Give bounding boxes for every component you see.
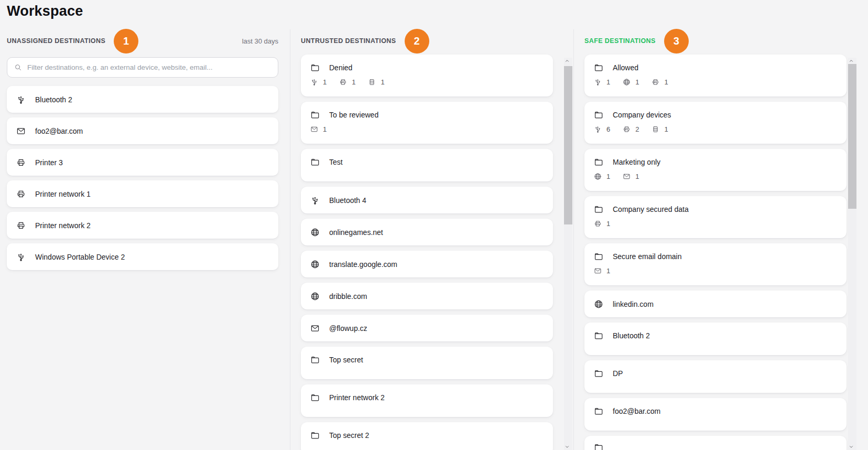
count-value: 1 <box>323 125 327 133</box>
count-value: 1 <box>664 78 668 86</box>
group-card[interactable]: Test <box>301 149 553 181</box>
card-title-row: Company devices <box>594 110 838 120</box>
group-card[interactable]: To be reviewed1 <box>301 102 553 144</box>
folder-icon <box>594 205 603 214</box>
card-label: Company secured data <box>613 205 689 213</box>
globe-icon <box>594 173 602 180</box>
printer-icon <box>623 125 631 133</box>
folder-icon <box>594 110 603 120</box>
card-label: To be reviewed <box>329 111 378 119</box>
destination-card[interactable]: Windows Portable Device 2 <box>7 243 278 270</box>
group-card[interactable]: Company devices621 <box>584 102 847 144</box>
printer-icon <box>16 189 26 199</box>
safe-column-scrollbar[interactable] <box>848 58 856 450</box>
card-title-row: Bluetooth 2 <box>16 95 72 104</box>
card-label: @flowup.cz <box>329 324 367 333</box>
destination-card[interactable]: dribble.com <box>301 283 553 309</box>
count-value: 1 <box>664 125 668 133</box>
card-title-row: Printer network 1 <box>16 189 91 199</box>
count-value: 1 <box>606 78 610 86</box>
step-badge-1: 1 <box>114 29 138 53</box>
folder-icon <box>594 406 603 416</box>
destination-counts: 11 <box>594 173 838 180</box>
destination-counts: 1 <box>594 220 838 228</box>
folder-icon <box>594 331 603 340</box>
group-card[interactable]: Top secret <box>301 347 553 379</box>
count-item: 1 <box>339 78 355 86</box>
group-card[interactable]: foo2@bar.com <box>584 398 847 431</box>
card-title-row: Allowed <box>594 63 838 72</box>
card-label: Printer network 2 <box>329 393 385 402</box>
card-label: dribble.com <box>329 292 367 301</box>
group-card[interactable]: DP <box>584 360 847 393</box>
card-title-row: linkedin.com <box>594 299 654 309</box>
count-item: 1 <box>310 78 327 86</box>
chevron-up-icon[interactable] <box>564 58 570 64</box>
count-item: 1 <box>594 267 610 275</box>
card-label: linkedin.com <box>613 300 654 308</box>
column-header-row: UNASSIGNED DESTINATIONS 1 last 30 days <box>7 27 278 55</box>
destination-card[interactable]: foo2@bar.com <box>7 117 278 144</box>
scrollbar-thumb[interactable] <box>564 66 572 224</box>
folder-icon <box>310 157 320 167</box>
group-card[interactable]: Allowed111 <box>584 55 847 97</box>
globe-icon <box>310 260 320 269</box>
globe-icon <box>623 78 631 86</box>
card-title-row: foo2@bar.com <box>594 406 838 416</box>
folder-icon <box>310 431 320 440</box>
destination-card[interactable]: translate.google.com <box>301 251 553 277</box>
list-icon <box>652 125 659 133</box>
step-badge-2: 2 <box>405 29 429 53</box>
count-item: 6 <box>594 125 610 133</box>
destination-card[interactable]: onlinegames.net <box>301 219 553 245</box>
card-title-row: Top secret <box>310 355 545 365</box>
chevron-down-icon[interactable] <box>564 444 570 450</box>
destination-card[interactable]: Bluetooth 4 <box>301 187 553 213</box>
scrollbar-thumb[interactable] <box>848 64 856 209</box>
group-card[interactable]: Bluetooth 2 <box>584 323 847 355</box>
printer-icon <box>339 78 347 86</box>
card-title-row: foo2@bar.com <box>16 126 83 136</box>
group-card[interactable]: Denied111 <box>301 55 553 97</box>
card-label: DP <box>613 369 623 378</box>
card-label: Windows Portable Device 2 <box>35 253 125 261</box>
email-icon <box>594 267 602 275</box>
untrusted-column-scrollbar[interactable] <box>564 58 572 450</box>
group-card[interactable]: Top secret 2 <box>301 422 553 450</box>
destination-card[interactable]: linkedin.com <box>584 291 847 317</box>
count-value: 1 <box>323 78 327 86</box>
group-card[interactable] <box>584 436 847 450</box>
email-icon <box>310 324 320 333</box>
group-card[interactable]: Secure email domain1 <box>584 243 847 285</box>
printer-icon <box>16 158 26 167</box>
destination-card[interactable]: Printer 3 <box>7 149 278 176</box>
page-title: Workspace <box>7 3 83 19</box>
unassigned-destinations-header: UNASSIGNED DESTINATIONS <box>7 37 105 45</box>
card-title-row <box>594 443 838 450</box>
count-item: 1 <box>594 78 610 86</box>
usb-icon <box>16 95 26 104</box>
card-title-row: Test <box>310 157 545 167</box>
email-icon <box>16 126 26 136</box>
chevron-up-icon[interactable] <box>848 58 854 64</box>
filter-destinations-input[interactable] <box>27 58 278 77</box>
group-card[interactable]: Company secured data1 <box>584 196 847 238</box>
card-label: onlinegames.net <box>329 228 383 237</box>
count-item: 1 <box>594 173 610 180</box>
group-card[interactable]: Marketing only11 <box>584 149 847 191</box>
last-30-days-label: last 30 days <box>242 37 278 45</box>
destination-card[interactable]: Printer network 2 <box>7 212 278 239</box>
count-item: 1 <box>623 173 639 180</box>
destination-card[interactable]: @flowup.cz <box>301 315 553 341</box>
destination-card[interactable]: Bluetooth 2 <box>7 86 278 113</box>
chevron-down-icon[interactable] <box>848 444 854 450</box>
printer-icon <box>594 220 602 228</box>
card-title-row: Bluetooth 4 <box>310 196 366 205</box>
card-label: Top secret <box>329 356 363 364</box>
card-title-row: To be reviewed <box>310 110 545 120</box>
card-title-row: Denied <box>310 63 545 72</box>
group-card[interactable]: Printer network 2 <box>301 384 553 417</box>
count-value: 6 <box>606 125 610 133</box>
destination-card[interactable]: Printer network 1 <box>7 180 278 207</box>
card-title-row: @flowup.cz <box>310 324 367 333</box>
